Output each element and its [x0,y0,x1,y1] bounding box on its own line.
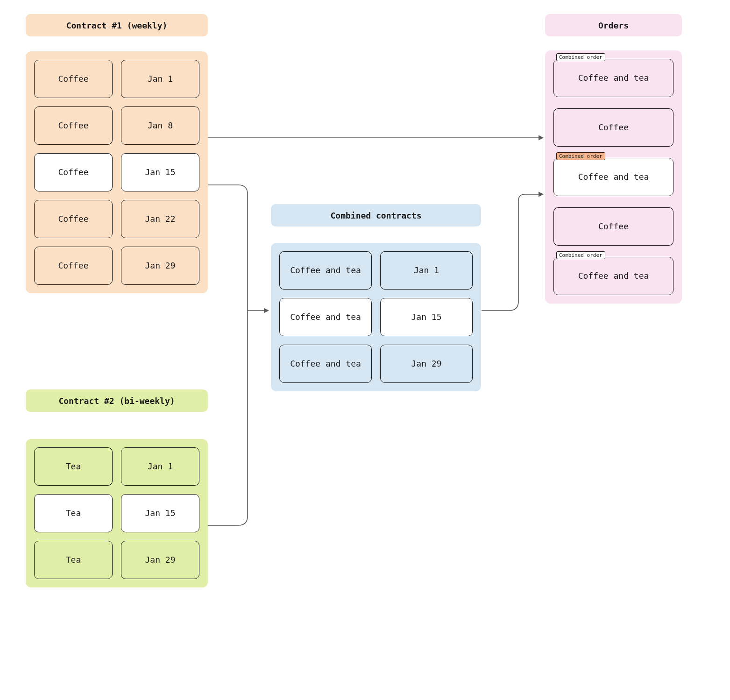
combined-order-badge: Combined order [556,53,605,61]
contract2-grid-date: Jan 29 [121,541,199,579]
order-cell: Coffee [553,108,673,147]
contract2-grid-date: Jan 15 [121,494,199,532]
contract1-header: Contract #1 (weekly) [26,14,208,36]
combined-grid-item: Coffee and tea [279,298,372,336]
order-item: Coffee and teaCombined order [553,59,673,97]
contract1-grid-date: Jan 15 [121,153,199,191]
contract2-grid-item: Tea [34,447,113,486]
combined-grid-item: Coffee and tea [279,251,372,290]
contract1-grid-item: Coffee [34,60,113,98]
contract2-grid-item: Tea [34,494,113,532]
contract1-grid-date: Jan 29 [121,247,199,285]
combined-order-badge: Combined order [556,251,605,259]
contract1-panel: CoffeeJan 1CoffeeJan 8CoffeeJan 15Coffee… [26,51,208,293]
order-item: Coffee [553,108,673,147]
contract2-panel: TeaJan 1TeaJan 15TeaJan 29 [26,439,208,587]
combined-grid-date: Jan 1 [380,251,473,290]
order-item: Coffee and teaCombined order [553,257,673,295]
order-cell: Coffee and tea [553,59,673,97]
combined-grid-date: Jan 29 [380,345,473,383]
order-cell: Coffee and tea [553,158,673,196]
combined-order-badge: Combined order [556,152,605,160]
contract2-grid-date: Jan 1 [121,447,199,486]
combined-grid-item: Coffee and tea [279,345,372,383]
contract1-grid-item: Coffee [34,247,113,285]
combined-panel: Coffee and teaJan 1Coffee and teaJan 15C… [271,243,481,391]
orders-panel: Coffee and teaCombined orderCoffeeCoffee… [545,50,682,304]
contract1-grid-item: Coffee [34,106,113,145]
combined-grid-date: Jan 15 [380,298,473,336]
orders-header: Orders [545,14,682,36]
combined-header: Combined contracts [271,204,481,226]
contract1-grid-date: Jan 1 [121,60,199,98]
contract1-grid-item: Coffee [34,200,113,238]
order-cell: Coffee and tea [553,257,673,295]
contract1-grid-date: Jan 8 [121,106,199,145]
order-item: Coffee and teaCombined order [553,158,673,196]
order-item: Coffee [553,207,673,246]
contract2-grid-item: Tea [34,541,113,579]
contract2-header: Contract #2 (bi-weekly) [26,389,208,412]
order-cell: Coffee [553,207,673,246]
contract1-grid-item: Coffee [34,153,113,191]
contract1-grid-date: Jan 22 [121,200,199,238]
